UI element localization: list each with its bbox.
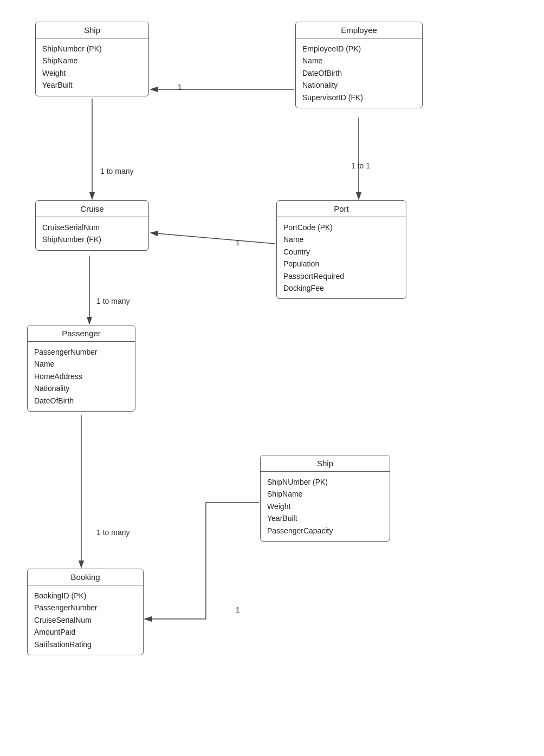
relation-label-1-port-cruise: 1 bbox=[236, 238, 240, 247]
relation-label-1-to-many-ship-cruise: 1 to many bbox=[100, 167, 133, 175]
field: Nationality bbox=[302, 79, 416, 91]
entity-cruise: Cruise CruiseSerialNum ShipNumber (FK) bbox=[35, 200, 149, 251]
entity-cruise-body: CruiseSerialNum ShipNumber (FK) bbox=[36, 217, 148, 250]
entity-booking: Booking BookingID (PK) PassengerNumber C… bbox=[27, 569, 144, 655]
field: DateOfBirth bbox=[34, 395, 128, 407]
field: Weight bbox=[267, 500, 383, 512]
entity-booking-title: Booking bbox=[28, 569, 143, 585]
entity-employee: Employee EmployeeID (PK) Name DateOfBirt… bbox=[295, 22, 423, 108]
field: CruiseSerialNum bbox=[42, 221, 142, 233]
entity-port-body: PortCode (PK) Name Country Population Pa… bbox=[277, 217, 406, 298]
field: Nationality bbox=[34, 382, 128, 394]
entity-ship1-title: Ship bbox=[36, 22, 148, 38]
entity-ship2-body: ShipNUmber (PK) ShipName Weight YearBuil… bbox=[261, 472, 390, 541]
field: ShipName bbox=[42, 55, 142, 67]
field: ShipName bbox=[267, 488, 383, 500]
entity-ship1-body: ShipNumber (PK) ShipName Weight YearBuil… bbox=[36, 38, 148, 96]
entity-ship2: Ship ShipNUmber (PK) ShipName Weight Yea… bbox=[260, 455, 390, 542]
relation-label-1-ship-booking: 1 bbox=[236, 605, 240, 614]
entity-employee-title: Employee bbox=[296, 22, 422, 38]
field: DockingFee bbox=[283, 282, 399, 294]
field: Population bbox=[283, 258, 399, 270]
relation-label-1-to-1: 1 to 1 bbox=[351, 161, 370, 170]
field: Name bbox=[283, 233, 399, 245]
relation-label-1-to-many-cruise-passenger: 1 to many bbox=[96, 297, 129, 305]
entity-port-title: Port bbox=[277, 201, 406, 217]
entity-passenger: Passenger PassengerNumber Name HomeAddre… bbox=[27, 325, 135, 412]
field: YearBuilt bbox=[42, 79, 142, 91]
field: Name bbox=[302, 55, 416, 67]
field: ShipNumber (PK) bbox=[42, 43, 142, 55]
field: PassportRequired bbox=[283, 270, 399, 282]
field: Name bbox=[34, 358, 128, 370]
field: PassengerCapacity bbox=[267, 525, 383, 537]
field: YearBuilt bbox=[267, 512, 383, 524]
entity-booking-body: BookingID (PK) PassengerNumber CruiseSer… bbox=[28, 585, 143, 655]
svg-line-4 bbox=[151, 233, 275, 244]
field: HomeAddress bbox=[34, 370, 128, 382]
field: DateOfBirth bbox=[302, 67, 416, 79]
field: AmountPaid bbox=[34, 626, 137, 638]
entity-ship2-title: Ship bbox=[261, 455, 390, 472]
field: Country bbox=[283, 246, 399, 258]
entity-port: Port PortCode (PK) Name Country Populati… bbox=[276, 200, 406, 299]
field: Weight bbox=[42, 67, 142, 79]
field: SatifsationRating bbox=[34, 638, 137, 650]
field: ShipNumber (FK) bbox=[42, 233, 142, 245]
entity-cruise-title: Cruise bbox=[36, 201, 148, 217]
entity-ship1: Ship ShipNumber (PK) ShipName Weight Yea… bbox=[35, 22, 149, 96]
field: ShipNUmber (PK) bbox=[267, 476, 383, 488]
entity-passenger-body: PassengerNumber Name HomeAddress Nationa… bbox=[28, 342, 135, 411]
relation-label-1: 1 bbox=[178, 83, 182, 92]
field: EmployeeID (PK) bbox=[302, 43, 416, 55]
entity-passenger-title: Passenger bbox=[28, 325, 135, 342]
field: BookingID (PK) bbox=[34, 590, 137, 602]
field: PassengerNumber bbox=[34, 602, 137, 614]
relation-label-1-to-many-passenger-booking: 1 to many bbox=[96, 528, 129, 537]
entity-employee-body: EmployeeID (PK) Name DateOfBirth Nationa… bbox=[296, 38, 422, 108]
er-diagram: Ship ShipNumber (PK) ShipName Weight Yea… bbox=[0, 0, 544, 756]
field: PortCode (PK) bbox=[283, 221, 399, 233]
field: PassengerNumber bbox=[34, 346, 128, 358]
field: CruiseSerialNum bbox=[34, 614, 137, 626]
field: SupervisorID (FK) bbox=[302, 92, 416, 103]
